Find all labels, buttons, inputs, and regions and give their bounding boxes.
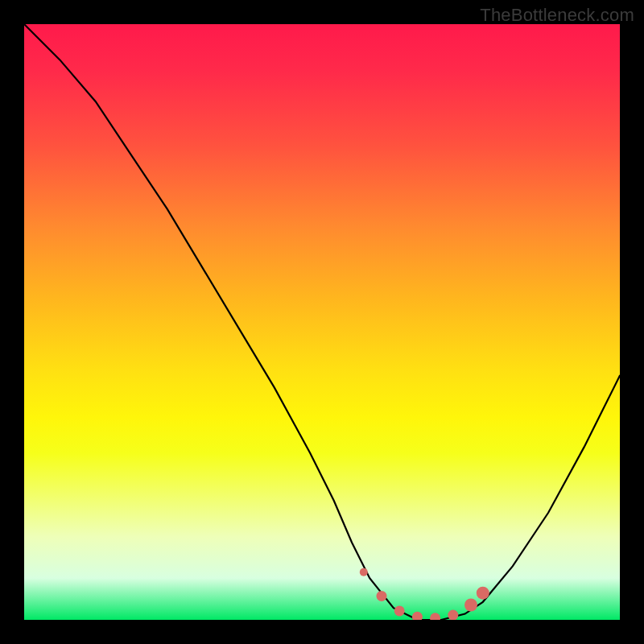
- marker-group: [360, 568, 489, 620]
- valley-marker: [464, 599, 477, 612]
- plot-area: [24, 24, 620, 620]
- valley-marker: [448, 610, 458, 620]
- chart-container: TheBottleneck.com: [0, 0, 644, 644]
- valley-marker: [412, 612, 423, 620]
- valley-marker: [430, 613, 440, 620]
- valley-marker: [394, 605, 405, 616]
- valley-marker: [477, 587, 489, 600]
- valley-marker: [360, 568, 368, 576]
- watermark-text: TheBottleneck.com: [480, 5, 634, 26]
- valley-marker: [377, 591, 387, 601]
- curve-svg: [24, 24, 620, 620]
- bottleneck-curve-path: [24, 24, 620, 620]
